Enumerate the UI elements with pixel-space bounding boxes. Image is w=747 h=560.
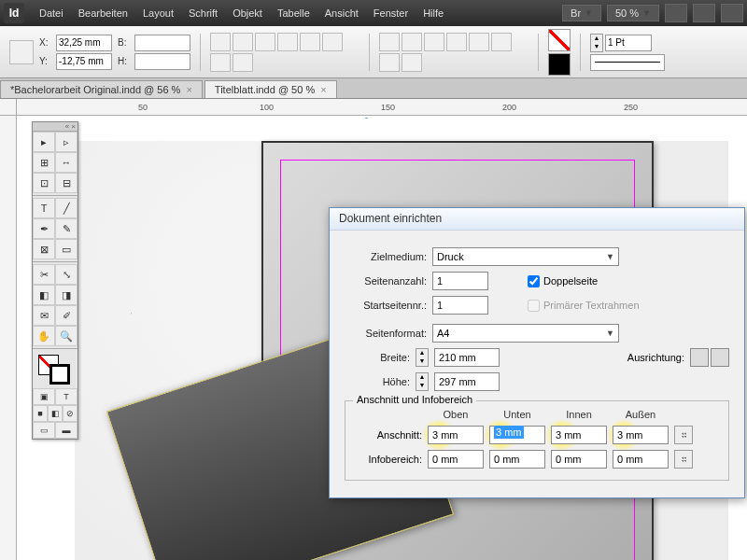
rotate-ccw-icon[interactable] bbox=[233, 53, 253, 72]
menu-ansicht[interactable]: Ansicht bbox=[317, 7, 366, 19]
menu-schrift[interactable]: Schrift bbox=[181, 7, 225, 19]
hand-tool[interactable]: ✋ bbox=[33, 326, 55, 346]
text-wrap-icon[interactable] bbox=[469, 33, 489, 51]
startpage-input[interactable] bbox=[432, 296, 488, 315]
height-input[interactable] bbox=[434, 372, 500, 391]
checkbox-icon[interactable] bbox=[528, 275, 540, 287]
orientation-portrait-button[interactable] bbox=[690, 348, 709, 367]
y-input[interactable] bbox=[56, 53, 112, 70]
panel-header[interactable]: « × bbox=[33, 122, 78, 132]
corner-options-icon[interactable] bbox=[491, 33, 512, 51]
fill-stroke-proxy[interactable] bbox=[33, 351, 78, 388]
menu-hilfe[interactable]: Hilfe bbox=[416, 7, 451, 19]
document-tab[interactable]: Titelblatt.indd @ 50 %× bbox=[204, 80, 337, 98]
menu-objekt[interactable]: Objekt bbox=[225, 7, 270, 19]
stroke-spinner[interactable]: ▲▼ bbox=[590, 34, 603, 52]
note-tool[interactable]: ✉ bbox=[33, 305, 55, 326]
bleed-top-input[interactable] bbox=[428, 426, 484, 444]
ruler-vertical[interactable] bbox=[0, 116, 17, 560]
gradient-swatch-tool[interactable]: ◧ bbox=[33, 285, 55, 305]
pen-tool[interactable]: ✒ bbox=[33, 218, 55, 239]
bridge-button[interactable]: Br▼ bbox=[562, 5, 601, 21]
page-tool[interactable]: ⊞ bbox=[33, 152, 55, 173]
height-spinner[interactable]: ▲▼ bbox=[416, 372, 429, 391]
apply-none-icon[interactable]: ⊘ bbox=[63, 405, 78, 422]
fit-frame-icon[interactable] bbox=[402, 33, 422, 51]
menu-layout[interactable]: Layout bbox=[135, 7, 181, 19]
effects-icon[interactable] bbox=[379, 53, 400, 72]
formatting-container-icon[interactable]: ▣ bbox=[33, 388, 55, 405]
pagesize-select[interactable]: A4▼ bbox=[432, 324, 619, 343]
free-transform-tool[interactable]: ⤡ bbox=[55, 264, 78, 285]
menu-fenster[interactable]: Fenster bbox=[366, 7, 416, 19]
view-options-button[interactable] bbox=[665, 4, 687, 22]
rectangle-tool[interactable]: ▭ bbox=[55, 239, 78, 259]
object-styles-icon[interactable] bbox=[402, 53, 422, 72]
slug-bottom-input[interactable] bbox=[489, 450, 545, 469]
scissors-tool[interactable]: ✂ bbox=[33, 264, 55, 285]
bleed-inside-input[interactable] bbox=[551, 426, 607, 444]
slug-inside-input[interactable] bbox=[551, 450, 607, 469]
fit-content-icon[interactable] bbox=[379, 33, 400, 51]
pages-input[interactable] bbox=[432, 272, 488, 290]
apply-color-icon[interactable]: ■ bbox=[33, 405, 48, 422]
apply-gradient-icon[interactable]: ◧ bbox=[48, 405, 63, 422]
formatting-text-icon[interactable]: T bbox=[55, 388, 78, 405]
view-mode-preview[interactable]: ▬ bbox=[55, 422, 78, 439]
dialog-title[interactable]: Dokument einrichten bbox=[330, 208, 744, 231]
orientation-landscape-button[interactable] bbox=[711, 348, 729, 367]
scale-y-icon[interactable] bbox=[233, 33, 253, 51]
reference-point-icon[interactable] bbox=[9, 40, 34, 64]
eyedropper-tool[interactable]: ✐ bbox=[55, 305, 78, 326]
stroke-weight-input[interactable] bbox=[605, 35, 652, 51]
w-input[interactable] bbox=[134, 35, 190, 51]
rotate-cw-icon[interactable] bbox=[210, 53, 231, 72]
fill-swatch[interactable] bbox=[548, 29, 571, 51]
h-input[interactable] bbox=[134, 53, 190, 70]
center-content-icon[interactable] bbox=[424, 33, 444, 51]
ruler-origin[interactable] bbox=[0, 99, 17, 116]
type-tool[interactable]: T bbox=[33, 198, 55, 218]
pencil-tool[interactable]: ✎ bbox=[55, 218, 78, 239]
x-input[interactable] bbox=[56, 35, 112, 51]
facing-pages-checkbox[interactable]: Doppelseite bbox=[528, 275, 598, 287]
rectangle-frame-tool[interactable]: ⊠ bbox=[33, 239, 55, 259]
menu-bearbeiten[interactable]: Bearbeiten bbox=[71, 7, 135, 19]
slug-link-icon[interactable]: 𐄜 bbox=[674, 450, 693, 469]
fill-frame-icon[interactable] bbox=[446, 33, 467, 51]
bleed-outside-input[interactable] bbox=[613, 426, 669, 444]
zoom-select[interactable]: 50 %▼ bbox=[607, 5, 659, 21]
bleed-bottom-input[interactable]: 3 mm bbox=[489, 426, 545, 444]
line-tool[interactable]: ╱ bbox=[55, 198, 78, 218]
view-mode-normal[interactable]: ▭ bbox=[33, 422, 55, 439]
gradient-feather-tool[interactable]: ◨ bbox=[55, 285, 78, 305]
direct-selection-tool[interactable]: ▹ bbox=[55, 132, 78, 152]
close-icon[interactable]: × bbox=[186, 84, 191, 95]
shear-icon[interactable] bbox=[277, 33, 298, 51]
width-spinner[interactable]: ▲▼ bbox=[416, 348, 429, 367]
rotate-icon[interactable] bbox=[255, 33, 275, 51]
content-placer-tool[interactable]: ⊟ bbox=[55, 173, 78, 193]
flip-h-icon[interactable] bbox=[300, 33, 320, 51]
scale-x-icon[interactable] bbox=[210, 33, 231, 51]
slug-top-input[interactable] bbox=[428, 450, 484, 469]
gap-tool[interactable]: ↔ bbox=[55, 152, 78, 173]
toolbox-panel[interactable]: « × ▸ ▹ ⊞ ↔ ⊡ ⊟ T ╱ ✒ ✎ ⊠ ▭ ✂ ⤡ ◧ ◨ ✉ ✐ … bbox=[32, 121, 78, 440]
stroke-box-icon[interactable] bbox=[49, 364, 70, 385]
ruler-horizontal[interactable]: 50 100 150 200 250 bbox=[17, 99, 747, 116]
document-tab[interactable]: *Bachelorarbeit Original.indd @ 56 %× bbox=[0, 80, 203, 98]
selection-tool[interactable]: ▸ bbox=[33, 132, 55, 152]
flip-v-icon[interactable] bbox=[322, 33, 343, 51]
close-icon[interactable]: × bbox=[320, 84, 326, 95]
stroke-style-select[interactable] bbox=[590, 54, 665, 71]
width-input[interactable] bbox=[434, 348, 500, 367]
bleed-link-icon[interactable]: 𐄜 bbox=[674, 426, 693, 444]
slug-outside-input[interactable] bbox=[613, 450, 669, 469]
primary-frame-checkbox[interactable]: Primärer Textrahmen bbox=[528, 300, 640, 312]
menu-datei[interactable]: Datei bbox=[32, 7, 71, 19]
intent-select[interactable]: Druck▼ bbox=[432, 247, 619, 266]
screen-mode-button[interactable] bbox=[693, 4, 715, 22]
zoom-tool[interactable]: 🔍 bbox=[55, 326, 78, 346]
stroke-swatch[interactable] bbox=[548, 53, 571, 76]
menu-tabelle[interactable]: Tabelle bbox=[270, 7, 317, 19]
